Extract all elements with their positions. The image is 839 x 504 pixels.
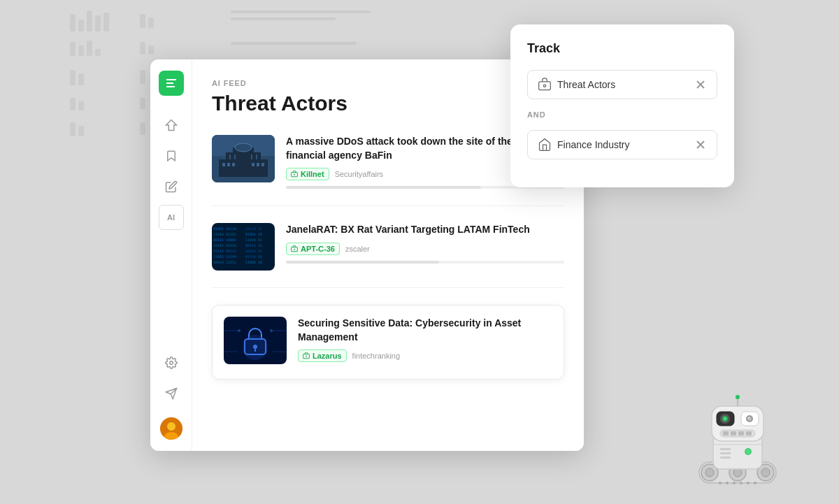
- article-source-3: fintechranking: [352, 352, 401, 360]
- svg-text:00111 10: 00111 10: [245, 243, 262, 247]
- svg-rect-14: [148, 45, 154, 55]
- svg-point-107: [740, 482, 743, 484]
- svg-rect-46: [252, 163, 254, 166]
- svg-text:11010 01: 11010 01: [245, 238, 262, 242]
- svg-point-125: [748, 417, 750, 419]
- svg-point-96: [733, 468, 742, 477]
- article-source-2: zscaler: [345, 245, 370, 253]
- track-tag-finance-industry-label: Finance Industry: [557, 139, 630, 150]
- track-panel: Track Threat Actors AND Finance Industry: [510, 24, 734, 187]
- svg-rect-8: [231, 17, 336, 20]
- svg-point-35: [167, 422, 175, 431]
- svg-rect-40: [226, 152, 261, 159]
- track-tag-finance-industry-inner: Finance Industry: [538, 138, 630, 152]
- svg-point-122: [724, 417, 726, 420]
- track-tag-finance-industry-close[interactable]: [694, 138, 707, 151]
- article-bar-2: [286, 261, 564, 264]
- svg-rect-2: [87, 10, 92, 31]
- svg-point-76: [243, 335, 268, 360]
- svg-text:10101 01: 10101 01: [245, 249, 262, 253]
- sidebar-item-edit[interactable]: [159, 174, 184, 199]
- svg-point-95: [705, 468, 714, 477]
- svg-point-108: [747, 482, 750, 484]
- svg-point-105: [726, 482, 729, 484]
- svg-point-86: [543, 85, 545, 87]
- svg-rect-26: [78, 126, 84, 136]
- sidebar: AI: [150, 59, 192, 451]
- article-card-3[interactable]: Securing Sensitive Data: Cybersecurity i…: [212, 305, 564, 380]
- svg-rect-10: [78, 45, 84, 56]
- svg-rect-39: [219, 159, 268, 177]
- svg-rect-52: [256, 154, 257, 159]
- svg-rect-7: [231, 10, 371, 13]
- article-body-3: Securing Sensitive Data: Cybersecurity i…: [298, 317, 552, 368]
- svg-point-97: [761, 468, 770, 477]
- svg-rect-18: [140, 70, 145, 84]
- svg-text:11001 10100: 11001 10100: [213, 254, 236, 259]
- svg-text:00010 11011: 00010 11011: [213, 260, 236, 264]
- svg-rect-132: [746, 431, 752, 435]
- article-body-2: JanelaRAT: BX Rat Variant Targeting LATA…: [286, 223, 564, 271]
- svg-rect-5: [140, 14, 145, 28]
- track-tag-threat-actors-close[interactable]: [694, 78, 707, 91]
- svg-rect-21: [70, 98, 76, 110]
- sidebar-item-share[interactable]: [159, 381, 184, 406]
- svg-text:11010 01101: 11010 01101: [213, 232, 236, 236]
- svg-rect-6: [148, 17, 154, 28]
- actor-tag-3: Lazarus: [298, 350, 347, 362]
- svg-rect-25: [70, 122, 76, 136]
- svg-point-106: [733, 482, 736, 484]
- article-meta-2: APT-C-36 zscaler: [286, 243, 564, 255]
- article-thumbnail-2: 01001 10110 11010 01101 00111 10001 1010…: [212, 223, 275, 271]
- track-tag-finance-industry[interactable]: Finance Industry: [527, 130, 717, 159]
- svg-point-54: [294, 174, 295, 175]
- article-card-2[interactable]: 01001 10110 11010 01101 00111 10001 1010…: [212, 223, 564, 288]
- svg-rect-27: [140, 122, 145, 135]
- svg-rect-23: [140, 98, 145, 109]
- track-and-label: AND: [527, 110, 717, 119]
- article-title-2: JanelaRAT: BX Rat Variant Targeting LATA…: [286, 223, 564, 237]
- actor-tag-1: Killnet: [286, 168, 329, 180]
- svg-rect-48: [261, 163, 264, 166]
- svg-rect-13: [140, 42, 145, 55]
- article-thumbnail-3: [224, 317, 287, 364]
- article-thumbnail-1: [212, 135, 275, 182]
- svg-marker-30: [166, 120, 176, 131]
- article-meta-3: Lazarus fintechranking: [298, 350, 552, 362]
- svg-rect-44: [227, 163, 230, 166]
- svg-rect-4: [103, 13, 109, 31]
- svg-rect-50: [234, 154, 236, 159]
- article-title-3: Securing Sensitive Data: Cybersecurity i…: [298, 317, 552, 344]
- svg-rect-113: [720, 452, 731, 454]
- svg-rect-43: [222, 163, 225, 166]
- svg-text:01110 00111: 01110 00111: [213, 249, 236, 253]
- svg-rect-9: [70, 42, 76, 56]
- svg-point-42: [235, 143, 252, 152]
- svg-rect-17: [78, 73, 84, 85]
- user-avatar[interactable]: [160, 417, 182, 440]
- sidebar-item-settings[interactable]: [159, 350, 184, 375]
- svg-rect-114: [720, 456, 731, 459]
- svg-rect-12: [95, 49, 101, 56]
- svg-rect-11: [87, 41, 92, 56]
- svg-text:00111 10001: 00111 10001: [213, 238, 236, 242]
- app-logo[interactable]: [159, 71, 184, 96]
- sidebar-item-bookmark[interactable]: [159, 143, 184, 168]
- svg-point-109: [754, 482, 756, 484]
- actor-tag-2: APT-C-36: [286, 243, 340, 255]
- track-panel-title: Track: [527, 41, 717, 56]
- svg-rect-47: [257, 163, 259, 166]
- svg-rect-22: [78, 101, 84, 110]
- svg-rect-85: [539, 82, 551, 90]
- svg-rect-51: [251, 154, 252, 159]
- svg-text:01110 00: 01110 00: [245, 254, 262, 259]
- track-tag-threat-actors[interactable]: Threat Actors: [527, 70, 717, 99]
- sidebar-item-home[interactable]: [159, 113, 184, 138]
- svg-point-71: [294, 248, 295, 250]
- svg-text:01001 10: 01001 10: [245, 232, 262, 236]
- svg-rect-112: [720, 448, 731, 450]
- sidebar-item-ai[interactable]: AI: [159, 205, 184, 230]
- svg-rect-45: [232, 163, 235, 166]
- svg-point-84: [306, 356, 307, 357]
- svg-rect-15: [231, 42, 357, 45]
